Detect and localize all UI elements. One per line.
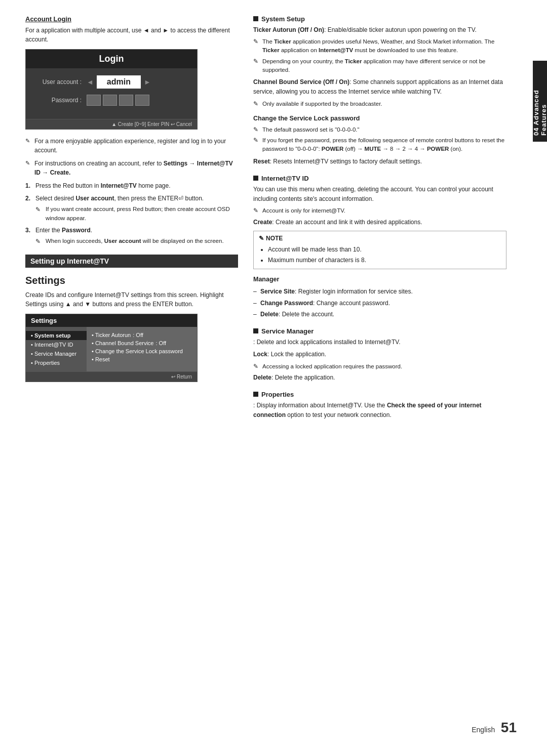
right-column: System Setup Ticker Autorun (Off / On): … [253, 15, 522, 428]
settings-dialog: Settings • System setup • Internet@TV ID… [25, 314, 198, 382]
login-dialog-title: Login [26, 50, 197, 68]
login-dialog-body: User account : ◄ admin ► Password : [26, 68, 197, 119]
page-number: 51 [501, 720, 517, 735]
internet-tv-id-title: Internet@TV ID [261, 175, 309, 182]
left-column: Account Login For a application with mul… [25, 15, 238, 428]
step-1-num: 1. [25, 181, 30, 191]
settings-channel-bound: • Channel Bound Service: Off [92, 339, 192, 347]
login-dialog-footer: ▲ Create [0~9] Enter PIN ↩ Cancel [26, 119, 197, 129]
pw-box-3 [119, 95, 133, 106]
channel-bound-note: ✎ Only available if supported by the bro… [253, 100, 506, 108]
step-3-subnote-icon: ✎ [35, 237, 41, 246]
manager-section: Service Site: Register login information… [253, 286, 506, 319]
step-3-subnote: ✎ When login succeeds, User account will… [35, 237, 238, 245]
pw-box-2 [103, 95, 117, 106]
note-line-1: ✎ For a more enjoyable application exper… [25, 137, 238, 155]
properties-body: : Display information about Internet@TV.… [253, 401, 506, 420]
change-lock-note2: ✎ If you forget the password, press the … [253, 136, 506, 154]
note-box-list: Account will be made less than 10. Maxim… [259, 245, 501, 265]
settings-ticker: • Ticker Autorun: Off [92, 331, 192, 339]
properties-section: Properties : Display information about I… [253, 391, 506, 420]
side-tab-text: 04 Advanced Features [532, 67, 547, 136]
step-2-num: 2. [25, 194, 30, 203]
right-arrow-icon[interactable]: ► [144, 78, 151, 86]
manager-delete: Delete: Delete the account. [253, 309, 506, 319]
service-manager-body: : Delete and lock applications installed… [253, 338, 506, 383]
step-1: 1. Press the Red button in Internet@TV h… [25, 181, 238, 191]
settings-title: Settings [25, 275, 238, 286]
lock-note: ✎ Accessing a locked application require… [253, 362, 506, 371]
user-account-value-row: ◄ admin ► [87, 75, 151, 89]
internet-tv-id-bullet [253, 176, 258, 181]
note-pencil-icon: ✎ [259, 234, 264, 243]
note-icon-1: ✎ [25, 137, 30, 145]
account-login-heading: Account Login [25, 15, 238, 23]
system-setup-title: System Setup [261, 15, 305, 23]
step-3: 3. Enter the Password. ✎ When login succ… [25, 226, 238, 245]
note-box-title: ✎ NOTE [259, 234, 501, 243]
service-manager-heading: Service Manager [253, 327, 506, 335]
ticker-note1: ✎ The Ticker application provides useful… [253, 37, 506, 55]
manager-change-password: Change Password: Change account password… [253, 298, 506, 308]
setting-up-text: Setting up Internet@TV [30, 257, 109, 265]
user-account-row: User account : ◄ admin ► [36, 75, 187, 89]
note-line-2: ✎ For instructions on creating an accoun… [25, 159, 238, 177]
properties-title: Properties [261, 391, 294, 398]
system-setup-section: System Setup Ticker Autorun (Off / On): … [253, 15, 506, 166]
password-boxes [87, 95, 149, 106]
properties-bullet [253, 392, 258, 397]
settings-dialog-footer: ↩ Return [26, 371, 197, 382]
user-account-label: User account : [36, 78, 87, 86]
password-label: Password : [36, 97, 87, 104]
note-item-2: Maximum number of characters is 8. [268, 256, 501, 265]
settings-item-service-manager[interactable]: • Service Manager [26, 349, 87, 358]
service-manager-title: Service Manager [261, 327, 314, 335]
manager-service-site: Service Site: Register login information… [253, 286, 506, 297]
english-label: English [472, 726, 495, 734]
change-lock-heading: Change the Service Lock password [253, 113, 506, 123]
settings-item-properties[interactable]: • Properties [26, 358, 87, 367]
steps-list: 1. Press the Red button in Internet@TV h… [25, 181, 238, 245]
system-setup-heading: System Setup [253, 15, 506, 23]
properties-heading: Properties [253, 391, 506, 398]
pw-box-1 [87, 95, 101, 106]
note-item-1: Account will be made less than 10. [268, 245, 501, 255]
settings-item-system-setup[interactable]: • System setup [26, 331, 87, 340]
step-2: 2. Select desired User account, then pre… [25, 194, 238, 223]
step-2-subnote-icon: ✎ [35, 205, 41, 214]
system-setup-bullet [253, 16, 258, 21]
side-tab: 04 Advanced Features [533, 61, 547, 142]
pw-box-4 [135, 95, 149, 106]
settings-dialog-title: Settings [26, 314, 197, 327]
password-row: Password : [36, 95, 187, 106]
settings-right-panel: • Ticker Autorun: Off • Channel Bound Se… [87, 327, 197, 371]
setting-up-bar: Setting up Internet@TV [25, 255, 238, 268]
user-account-value: admin [97, 75, 141, 89]
service-manager-section: Service Manager : Delete and lock applic… [253, 327, 506, 383]
manager-heading: Manager [253, 274, 506, 284]
step-3-num: 3. [25, 226, 30, 235]
internet-tv-id-body: You can use this menu when creating, del… [253, 185, 506, 320]
settings-left-panel: • System setup • Internet@TV ID • Servic… [26, 327, 87, 371]
step-2-subnote: ✎ If you want create account, press Red … [35, 205, 238, 223]
ticker-note2: ✎ Depending on your country, the Ticker … [253, 57, 506, 75]
settings-reset: • Reset [92, 355, 192, 363]
login-dialog: Login User account : ◄ admin ► Password … [25, 49, 198, 130]
internet-tv-note: ✎ Account is only for internet@TV. [253, 206, 506, 215]
note-box: ✎ NOTE Account will be made less than 10… [253, 231, 506, 270]
system-setup-body: Ticker Autorun (Off / On): Enable/disabl… [253, 25, 506, 166]
note-icon-2: ✎ [25, 159, 30, 167]
settings-desc: Create IDs and configure Internet@TV set… [25, 290, 238, 309]
settings-item-internet-tv[interactable]: • Internet@TV ID [26, 340, 87, 349]
account-login-intro: For a application with multiple account,… [25, 26, 238, 44]
change-lock-note1: ✎ The default password set is "0-0-0-0." [253, 125, 506, 134]
settings-change-lock: • Change the Service Lock password [92, 347, 192, 355]
left-arrow-icon[interactable]: ◄ [87, 78, 94, 86]
internet-tv-id-section: Internet@TV ID You can use this menu whe… [253, 175, 506, 320]
page-footer: English 51 [472, 720, 517, 736]
settings-dialog-body: • System setup • Internet@TV ID • Servic… [26, 327, 197, 371]
service-manager-bullet [253, 328, 258, 333]
internet-tv-id-heading: Internet@TV ID [253, 175, 506, 182]
